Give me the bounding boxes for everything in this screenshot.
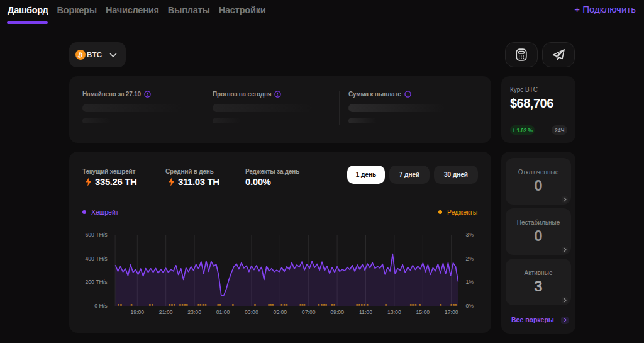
- svg-text:09:00: 09:00: [330, 309, 344, 315]
- svg-text:05:00: 05:00: [273, 309, 287, 315]
- svg-text:23:00: 23:00: [187, 309, 201, 315]
- svg-text:17:00: 17:00: [445, 309, 458, 315]
- svg-text:0%: 0%: [466, 303, 474, 309]
- svg-text:03:00: 03:00: [245, 309, 258, 315]
- svg-text:11:00: 11:00: [359, 309, 372, 315]
- svg-text:200 TH/s: 200 TH/s: [85, 279, 108, 285]
- svg-text:07:00: 07:00: [302, 309, 316, 315]
- svg-text:21:00: 21:00: [159, 309, 173, 315]
- svg-text:19:00: 19:00: [130, 309, 144, 315]
- svg-text:400 TH/s: 400 TH/s: [85, 256, 108, 262]
- svg-text:3%: 3%: [466, 232, 474, 238]
- svg-text:600 TH/s: 600 TH/s: [85, 232, 108, 238]
- svg-text:01:00: 01:00: [216, 309, 230, 315]
- svg-text:15:00: 15:00: [416, 309, 430, 315]
- svg-text:13:00: 13:00: [387, 309, 401, 315]
- svg-text:0 H/s: 0 H/s: [94, 303, 108, 309]
- svg-text:1%: 1%: [466, 279, 474, 285]
- svg-text:2%: 2%: [466, 256, 474, 262]
